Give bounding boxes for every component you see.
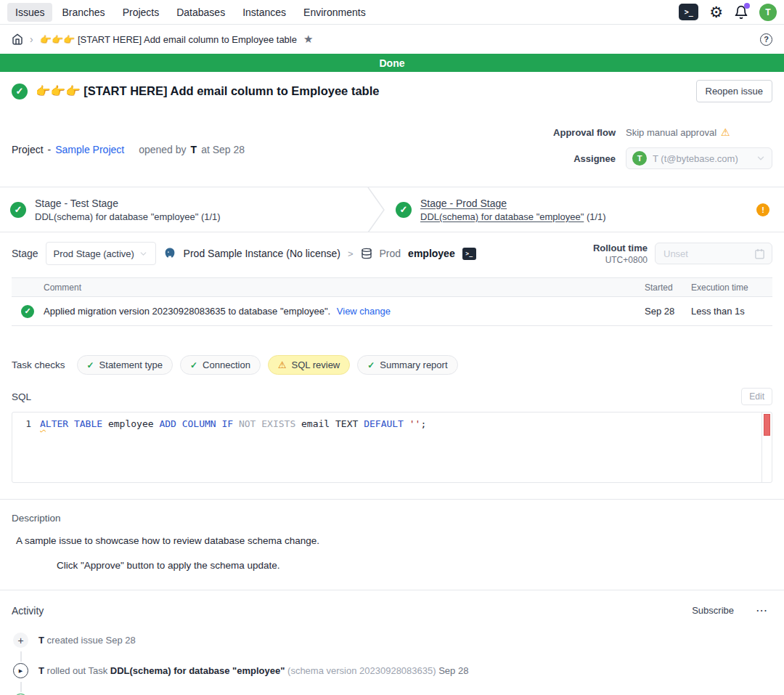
sql-label: SQL xyxy=(12,391,31,402)
assignee-select[interactable]: T T (t@bytebase.com) xyxy=(626,147,772,169)
stage-separator-chevron xyxy=(367,187,385,232)
rollout-time-field xyxy=(655,243,772,264)
activity-action: created issue xyxy=(47,635,103,646)
nav-item-projects[interactable]: Projects xyxy=(115,3,168,22)
sql-token: employee xyxy=(108,418,159,429)
open-sql-editor-icon[interactable]: >_ xyxy=(462,248,476,260)
activity-user: T xyxy=(38,635,44,646)
user-avatar[interactable]: T xyxy=(759,4,777,21)
activity-item-rolled-out: ▶ T rolled out Task DDL(schema) for data… xyxy=(12,663,772,694)
settings-gear-icon[interactable]: ⚙ xyxy=(709,4,723,20)
task-table-header: Comment Started Execution time xyxy=(12,277,772,297)
task-checks-row: Task checks ✓ Statement type ✓ Connectio… xyxy=(0,355,784,375)
check-warning-icon: ⚠ xyxy=(278,359,287,370)
database-icon xyxy=(361,248,372,259)
check-pill-sql-review[interactable]: ⚠ SQL review xyxy=(268,355,350,375)
home-icon[interactable] xyxy=(12,33,23,45)
assignee-label: Assignee xyxy=(553,153,616,164)
activity-section: Activity Subscribe ⋯ + T created issue S… xyxy=(0,590,784,695)
instance-name: Prod Sample Instance (No license) xyxy=(184,248,340,259)
chevron-down-icon xyxy=(756,153,766,163)
stage-alert-icon[interactable]: ! xyxy=(756,203,769,216)
issue-title: 👉👉👉 [START HERE] Add email column to Emp… xyxy=(36,84,688,98)
approval-flow-text: Skip manual approval xyxy=(626,127,716,138)
breadcrumb-separator: › xyxy=(30,33,33,45)
activity-date: Sep 28 xyxy=(438,665,468,676)
description-line-2: Click "Approve" button to apply the sche… xyxy=(57,560,772,571)
check-pill-summary-report[interactable]: ✓ Summary report xyxy=(357,355,457,375)
check-pill-label: SQL review xyxy=(292,359,340,370)
terminal-prompt-glyph: >_ xyxy=(685,8,693,16)
stage-prod-subtitle-link[interactable]: DDL(schema) for database "employee" xyxy=(420,211,584,222)
database-link[interactable]: employee xyxy=(408,248,455,259)
assignee-value: T (t@bytebase.com) xyxy=(653,153,750,164)
subscribe-button[interactable]: Subscribe xyxy=(687,604,738,617)
approval-flow-label: Approval flow xyxy=(553,127,616,138)
sql-editor-terminal-icon[interactable]: >_ xyxy=(679,4,698,20)
stage-prod-check-icon: ✓ xyxy=(396,202,412,218)
nav-item-databases[interactable]: Databases xyxy=(168,3,233,22)
chevron-down-icon xyxy=(139,249,148,259)
line-number-gutter: 1 xyxy=(12,412,40,482)
stage-test-title: Stage - Test Stage xyxy=(35,198,221,209)
sql-token: A xyxy=(40,418,46,429)
approval-warning-icon[interactable]: ⚠ xyxy=(721,126,730,138)
sql-token: TEXT xyxy=(335,418,364,429)
check-success-icon: ✓ xyxy=(190,360,197,370)
calendar-icon xyxy=(754,248,765,259)
top-nav: Issues Branches Projects Databases Insta… xyxy=(0,0,784,25)
check-pill-connection[interactable]: ✓ Connection xyxy=(180,355,261,375)
activity-header: Activity Subscribe ⋯ xyxy=(12,603,772,618)
task-table-row[interactable]: ✓ Applied migration version 202309280836… xyxy=(12,297,772,326)
sql-edit-button[interactable]: Edit xyxy=(741,388,772,405)
check-success-icon: ✓ xyxy=(87,360,94,370)
notifications-bell-icon[interactable] xyxy=(734,5,748,20)
help-icon[interactable]: ? xyxy=(760,33,772,46)
activity-item-text: T created issue Sep 28 xyxy=(38,635,136,646)
column-header-comment: Comment xyxy=(44,283,645,293)
activity-detail: (schema version 20230928083635) xyxy=(287,665,436,676)
activity-timeline: + T created issue Sep 28 ▶ T rolled out … xyxy=(12,633,772,695)
postgres-icon xyxy=(163,247,176,260)
favorite-star-icon[interactable]: ★ xyxy=(303,33,313,46)
project-line: Project - Sample Project opened by T at … xyxy=(12,126,245,169)
row-status-cell: ✓ xyxy=(12,305,44,318)
stage-test-check-icon: ✓ xyxy=(10,202,26,218)
stage-test-text: Stage - Test Stage DDL(schema) for datab… xyxy=(35,198,221,222)
sql-editor[interactable]: 1 ALTER TABLE employee ADD COLUMN IF NOT… xyxy=(12,412,772,483)
view-change-link[interactable]: View change xyxy=(337,306,391,317)
stage-test[interactable]: ✓ Stage - Test Stage DDL(schema) for dat… xyxy=(0,187,367,232)
stage-select[interactable]: Prod Stage (active) xyxy=(46,242,156,265)
stage-prod-subtitle-count: (1/1) xyxy=(587,211,606,222)
line-number: 1 xyxy=(25,418,31,429)
rollout-labels: Rollout time UTC+0800 xyxy=(593,243,648,265)
task-run-table: Comment Started Execution time ✓ Applied… xyxy=(12,277,772,326)
nav-item-issues[interactable]: Issues xyxy=(7,3,52,22)
activity-heading: Activity xyxy=(12,605,44,617)
nav-item-branches[interactable]: Branches xyxy=(54,3,113,22)
check-pill-label: Statement type xyxy=(99,359,163,370)
meta-right-panel: Approval flow Skip manual approval ⚠ Ass… xyxy=(553,126,772,169)
check-pill-statement-type[interactable]: ✓ Statement type xyxy=(77,355,173,375)
opened-at: at Sep 28 xyxy=(201,144,245,155)
sql-code-line[interactable]: ALTER TABLE employee ADD COLUMN IF NOT E… xyxy=(40,412,761,482)
description-section: Description A sample issue to showcase h… xyxy=(0,500,784,571)
stage-prod[interactable]: ✓ Stage - Prod Stage DDL(schema) for dat… xyxy=(385,187,784,232)
stage-prod-title[interactable]: Stage - Prod Stage xyxy=(420,198,606,209)
nav-item-instances[interactable]: Instances xyxy=(234,3,294,22)
reopen-issue-button[interactable]: Reopen issue xyxy=(696,80,773,102)
stage-detail-row: Stage Prod Stage (active) Prod Sample In… xyxy=(0,232,784,275)
editor-annotation-gutter[interactable] xyxy=(761,412,772,482)
nav-right-cluster: >_ ⚙ T xyxy=(679,4,777,21)
activity-date: Sep 28 xyxy=(106,635,136,646)
breadcrumb-issue-title[interactable]: 👉👉👉 [START HERE] Add email column to Emp… xyxy=(40,34,297,45)
stage-select-value: Prod Stage (active) xyxy=(54,248,134,259)
project-link[interactable]: Sample Project xyxy=(55,144,124,155)
more-options-icon[interactable]: ⋯ xyxy=(751,603,772,618)
rollout-time-input[interactable] xyxy=(662,248,750,260)
column-header-started: Started xyxy=(645,283,691,293)
sql-token: '' xyxy=(409,418,421,429)
stages-bar: ✓ Stage - Test Stage DDL(schema) for dat… xyxy=(0,187,784,232)
sql-token: ADD COLUMN IF xyxy=(159,418,239,429)
nav-item-environments[interactable]: Environments xyxy=(295,3,374,22)
